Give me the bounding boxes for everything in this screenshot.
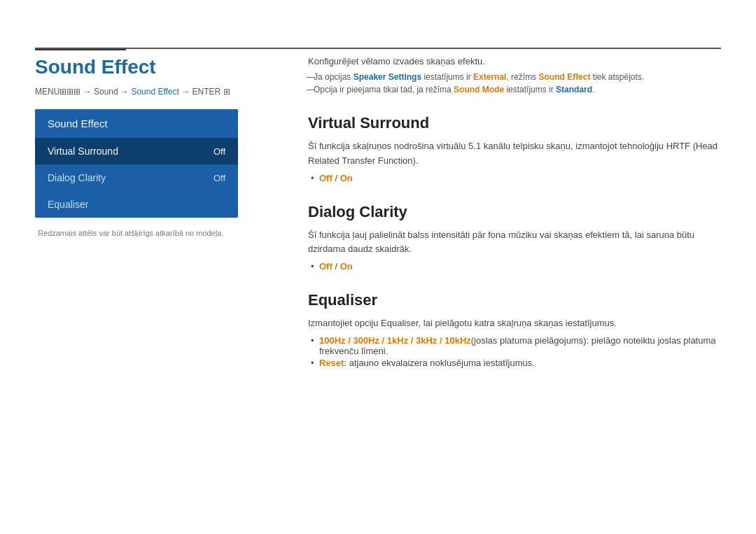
- footnote: Redzamais attēls var būt atšķirīgs atkar…: [35, 229, 273, 237]
- page-title: Sound Effect: [35, 56, 273, 78]
- menu-item-label: Dialog Clarity: [48, 172, 106, 183]
- top-border-line: [35, 48, 721, 49]
- section-desc-equaliser: Izmantojiet opciju Equaliser, lai pielāg…: [308, 316, 721, 331]
- left-panel: Sound Effect MENU⊞⊞⊞ → Sound → Sound Eff…: [35, 56, 273, 370]
- breadcrumb-highlight: Sound Effect: [131, 87, 179, 97]
- intro-note-1: Ja opcijas Speaker Settings iestatījums …: [308, 72, 721, 82]
- section-title-dialog-clarity: Dialog Clarity: [308, 203, 721, 221]
- intro-text: Konfigurējiet vēlamo izvades skaņas efek…: [308, 56, 721, 66]
- bullet-virtual-surround: Off / On: [308, 173, 721, 183]
- menu-item-equaliser[interactable]: Equaliser: [35, 191, 238, 218]
- menu-item-label: Virtual Surround: [48, 146, 118, 157]
- menu-box: Sound Effect Virtual Surround Off Dialog…: [35, 109, 238, 218]
- section-title-virtual-surround: Virtual Surround: [308, 114, 721, 132]
- section-dialog-clarity: Dialog Clarity Šī funkcija ļauj palielin…: [308, 203, 721, 272]
- intro-note-2: Opcija ir pieejama tikai tad, ja režīma …: [308, 85, 721, 94]
- menu-item-value: Off: [214, 173, 225, 183]
- breadcrumb: MENU⊞⊞⊞ → Sound → Sound Effect → ENTER ⊞: [35, 87, 273, 97]
- menu-header: Sound Effect: [35, 109, 238, 138]
- bullet-dialog-clarity: Off / On: [308, 261, 721, 272]
- menu-item-virtual-surround[interactable]: Virtual Surround Off: [35, 138, 238, 164]
- section-virtual-surround: Virtual Surround Šī funkcija skaļruņos n…: [308, 114, 721, 183]
- menu-item-value: Off: [214, 146, 225, 157]
- bullet-equaliser-2: Reset: atjauno ekvalaizera noklusējuma i…: [308, 358, 721, 368]
- section-title-equaliser: Equaliser: [308, 291, 721, 309]
- right-panel: Konfigurējiet vēlamo izvades skaņas efek…: [301, 56, 721, 370]
- section-equaliser: Equaliser Izmantojiet opciju Equaliser, …: [308, 291, 721, 368]
- bullet-equaliser-1: 100Hz / 300Hz / 1kHz / 3kHz / 10kHz(josl…: [308, 335, 721, 356]
- menu-item-dialog-clarity[interactable]: Dialog Clarity Off: [35, 164, 238, 191]
- section-desc-dialog-clarity: Šī funkcija ļauj palielināt balss intens…: [308, 228, 721, 258]
- section-desc-virtual-surround: Šī funkcija skaļruņos nodrošina virtuālu…: [308, 139, 721, 169]
- menu-item-label: Equaliser: [48, 199, 88, 210]
